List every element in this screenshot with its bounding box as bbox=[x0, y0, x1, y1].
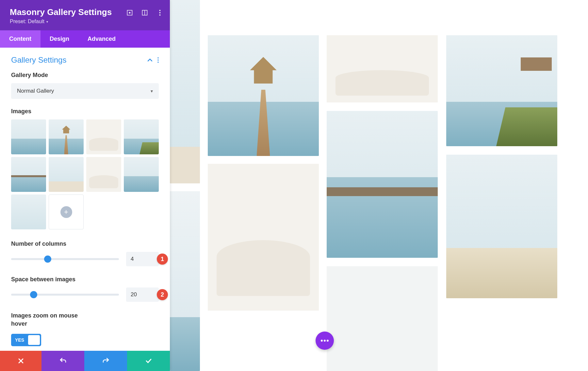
gallery-image[interactable] bbox=[327, 266, 438, 371]
gallery-image[interactable] bbox=[208, 35, 319, 156]
zoom-label: Images zoom on mouse hover bbox=[11, 312, 90, 328]
images-label: Images bbox=[11, 108, 159, 115]
gallery-image[interactable] bbox=[208, 164, 319, 311]
tab-design[interactable]: Design bbox=[41, 30, 78, 48]
image-thumb[interactable] bbox=[11, 119, 46, 154]
svg-point-7 bbox=[157, 57, 159, 59]
save-button[interactable] bbox=[127, 351, 170, 371]
space-label: Space between images bbox=[11, 276, 159, 283]
gallery-image[interactable] bbox=[327, 111, 438, 258]
undo-button[interactable] bbox=[41, 351, 84, 371]
gallery-mode-label: Gallery Mode bbox=[11, 72, 159, 79]
columns-input[interactable]: 4 1 bbox=[126, 252, 159, 266]
page-fab-button[interactable] bbox=[316, 332, 334, 350]
image-thumb[interactable] bbox=[86, 157, 121, 192]
image-thumb[interactable] bbox=[11, 194, 46, 229]
image-thumb[interactable] bbox=[124, 157, 159, 192]
section-title: Gallery Settings bbox=[11, 55, 66, 65]
expand-icon[interactable] bbox=[126, 9, 133, 16]
settings-panel: Masonry Gallery Settings Preset: Default… bbox=[0, 0, 170, 371]
slider-thumb[interactable] bbox=[44, 255, 51, 263]
columns-icon[interactable] bbox=[141, 9, 148, 16]
svg-point-10 bbox=[321, 340, 323, 342]
gallery-image[interactable] bbox=[170, 0, 200, 183]
image-thumb[interactable] bbox=[49, 119, 84, 154]
svg-point-5 bbox=[159, 12, 160, 13]
gallery-mode-value: Normal Gallery bbox=[17, 88, 54, 94]
columns-field: Number of columns 4 1 bbox=[11, 240, 159, 266]
gallery-image[interactable] bbox=[446, 35, 557, 146]
annotation-badge: 2 bbox=[157, 289, 168, 300]
header-actions bbox=[126, 9, 163, 16]
images-grid: + bbox=[11, 119, 159, 229]
toggle-knob bbox=[28, 335, 40, 345]
zoom-toggle[interactable]: YES bbox=[11, 334, 41, 346]
caret-down-icon: ▾ bbox=[46, 20, 48, 23]
columns-slider[interactable] bbox=[11, 258, 119, 260]
add-image-button[interactable]: + bbox=[49, 194, 84, 229]
zoom-field: Images zoom on mouse hover YES bbox=[11, 312, 159, 346]
svg-point-11 bbox=[324, 340, 326, 342]
svg-point-6 bbox=[159, 14, 160, 16]
space-field: Space between images 20 2 bbox=[11, 276, 159, 302]
kebab-menu-icon[interactable] bbox=[156, 9, 163, 16]
space-value: 20 bbox=[131, 291, 137, 298]
panel-header: Masonry Gallery Settings Preset: Default… bbox=[0, 0, 170, 30]
preset-label: Preset: Default bbox=[10, 19, 44, 24]
section-header: Gallery Settings bbox=[11, 55, 159, 65]
gallery-image[interactable] bbox=[327, 35, 438, 102]
close-button[interactable] bbox=[0, 351, 41, 371]
toggle-state: YES bbox=[11, 337, 24, 343]
image-thumb[interactable] bbox=[124, 119, 159, 154]
svg-point-8 bbox=[157, 59, 159, 61]
redo-button[interactable] bbox=[84, 351, 127, 371]
preset-dropdown[interactable]: Preset: Default ▾ bbox=[10, 19, 48, 24]
select-caret-icon: ▾ bbox=[151, 88, 153, 94]
image-thumb[interactable] bbox=[11, 157, 46, 192]
panel-content: Gallery Settings Gallery Mode Normal Gal… bbox=[0, 48, 170, 351]
space-slider[interactable] bbox=[11, 294, 119, 296]
panel-footer bbox=[0, 351, 170, 371]
space-input[interactable]: 20 2 bbox=[126, 287, 159, 302]
svg-point-12 bbox=[327, 340, 329, 342]
svg-point-4 bbox=[159, 10, 160, 11]
collapse-icon[interactable] bbox=[147, 58, 153, 62]
gallery-preview bbox=[170, 0, 588, 371]
columns-label: Number of columns bbox=[11, 240, 159, 247]
plus-icon: + bbox=[60, 206, 72, 218]
tab-bar: Content Design Advanced bbox=[0, 30, 170, 48]
tab-content[interactable]: Content bbox=[0, 30, 41, 48]
gallery-mode-select[interactable]: Normal Gallery ▾ bbox=[11, 83, 159, 99]
image-thumb[interactable] bbox=[49, 157, 84, 192]
annotation-badge: 1 bbox=[157, 254, 168, 265]
image-thumb[interactable] bbox=[86, 119, 121, 154]
slider-thumb[interactable] bbox=[30, 291, 37, 298]
gallery-image[interactable] bbox=[446, 155, 557, 298]
gallery-image[interactable] bbox=[170, 191, 200, 371]
svg-point-9 bbox=[157, 62, 159, 63]
svg-point-1 bbox=[129, 12, 130, 13]
tab-advanced[interactable]: Advanced bbox=[78, 30, 125, 48]
section-kebab-icon[interactable] bbox=[157, 57, 159, 63]
columns-value: 4 bbox=[131, 256, 134, 262]
